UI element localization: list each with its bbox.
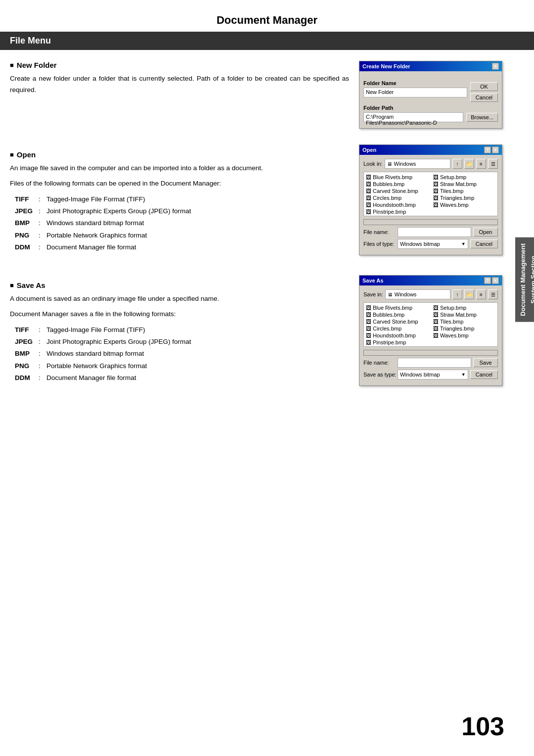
toolbar-list-btn[interactable]: ≡ [476, 159, 486, 169]
open-button[interactable]: Open [473, 228, 498, 236]
save-file-name-input[interactable] [398, 358, 471, 368]
save-toolbar-new-folder-btn[interactable]: 📁 [464, 289, 474, 299]
file-item[interactable]: 🖼Setup.bmp [433, 174, 495, 180]
new-folder-description: Create a new folder under a folder that … [10, 73, 349, 96]
format-key-bmp: BMP [15, 218, 39, 228]
file-item[interactable]: 🖼Tiles.bmp [433, 188, 495, 194]
save-format-key-tiff: TIFF [15, 325, 39, 335]
format-key-png: PNG [15, 231, 39, 240]
save-as-cancel-button[interactable]: Cancel [470, 370, 498, 379]
format-value-bmp: Windows standard bitmap format [46, 218, 349, 228]
cancel-button[interactable]: Cancel [470, 93, 498, 102]
save-format-item-ddm: DDM : Document Manager file format [15, 373, 349, 383]
save-as-type-row: Save as type: Windows bitmap ▼ Cancel [363, 370, 498, 379]
file-name-input[interactable] [398, 227, 471, 237]
save-button[interactable]: Save [473, 358, 498, 367]
save-format-key-ddm: DDM [15, 373, 39, 383]
file-item[interactable]: 🖼Tiles.bmp [433, 319, 495, 325]
open-file-list: 🖼Blue Rivets.bmp 🖼Setup.bmp 🖼Bubbles.bmp… [363, 172, 498, 216]
open-dialog-titlebar: Open ? × [359, 145, 502, 155]
format-item-png: PNG : Portable Network Graphics format [15, 231, 349, 240]
save-format-item-png: PNG : Portable Network Graphics format [15, 361, 349, 371]
file-item[interactable]: 🖼Houndstooth.bmp [366, 202, 428, 208]
file-item[interactable]: 🖼Carved Stone.bmp [366, 319, 428, 325]
file-item[interactable]: 🖼Bubbles.bmp [366, 181, 428, 187]
file-item[interactable]: 🖼Blue Rivets.bmp [366, 305, 428, 311]
save-as-section: Save As A document is saved as an ordina… [10, 281, 349, 383]
save-toolbar-up-btn[interactable]: ↑ [452, 289, 462, 299]
file-item[interactable]: 🖼Pinstripe.bmp [366, 209, 428, 215]
files-of-type-select[interactable]: Windows bitmap ▼ [398, 239, 468, 249]
folder-path-input[interactable]: C:\Program Files\Panasonic\Panasonic-D [363, 112, 463, 122]
save-as-file-list: 🖼Blue Rivets.bmp 🖼Setup.bmp 🖼Bubbles.bmp… [363, 302, 498, 347]
look-in-select[interactable]: 🖥 Windows [385, 159, 450, 169]
save-toolbar-list-btn[interactable]: ≡ [476, 289, 486, 299]
save-horizontal-scrollbar[interactable] [363, 350, 498, 356]
open-dialog-toolbar: Look in: 🖥 Windows ↑ 📁 ≡ ☰ [363, 159, 498, 169]
file-item[interactable]: 🖼Blue Rivets.bmp [366, 174, 428, 180]
file-item[interactable]: 🖼Pinstripe.bmp [366, 339, 428, 345]
file-item[interactable]: 🖼Waves.bmp [433, 332, 495, 338]
file-name-row: File name: Open [363, 227, 498, 237]
save-as-dialog: Save As ? × Save in: 🖥 Windows ↑ � [359, 275, 502, 386]
save-format-item-bmp: BMP : Windows standard bitmap format [15, 349, 349, 359]
ok-button[interactable]: OK [470, 82, 498, 91]
save-as-format-list: TIFF : Tagged-Image File Format (TIFF) J… [15, 325, 349, 383]
save-format-key-jpeg: JPEG [15, 337, 39, 347]
file-name-label: File name: [363, 229, 396, 235]
file-item[interactable]: 🖼Triangles.bmp [433, 195, 495, 201]
save-format-value-bmp: Windows standard bitmap format [46, 349, 349, 359]
open-format-list: TIFF : Tagged-Image File Format (TIFF) J… [15, 194, 349, 252]
open-cancel-button[interactable]: Cancel [470, 239, 498, 248]
open-dialog-help-btn[interactable]: ? [484, 146, 491, 153]
save-as-dialog-close-btn[interactable]: × [492, 277, 499, 284]
save-as-description1: A document is saved as an ordinary image… [10, 293, 349, 305]
horizontal-scrollbar[interactable] [363, 219, 498, 225]
dialog-close-btn[interactable]: × [492, 63, 499, 70]
save-format-value-ddm: Document Manager file format [46, 373, 349, 383]
save-as-type-label: Save as type: [363, 372, 396, 378]
browse-button[interactable]: Browse... [466, 113, 498, 122]
file-item[interactable]: 🖼Circles.bmp [366, 195, 428, 201]
toolbar-details-btn[interactable]: ☰ [488, 159, 498, 169]
file-item[interactable]: 🖼Triangles.bmp [433, 326, 495, 331]
files-of-type-row: Files of type: Windows bitmap ▼ Cancel [363, 239, 498, 249]
save-as-type-select[interactable]: Windows bitmap ▼ [398, 370, 468, 379]
format-value-tiff: Tagged-Image File Format (TIFF) [46, 194, 349, 204]
toolbar-up-btn[interactable]: ↑ [452, 159, 462, 169]
file-item[interactable]: 🖼Straw Mat.bmp [433, 181, 495, 187]
format-key-ddm: DDM [15, 242, 39, 252]
open-dialog: Open ? × Look in: 🖥 Windows ↑ 📁 [359, 144, 502, 255]
file-item[interactable]: 🖼Houndstooth.bmp [366, 332, 428, 338]
page-title: Document Manager [0, 0, 534, 32]
format-item-ddm: DDM : Document Manager file format [15, 242, 349, 252]
file-item[interactable]: 🖼Circles.bmp [366, 326, 428, 331]
files-of-type-label: Files of type: [363, 241, 396, 247]
create-new-folder-dialog: Create New Folder × Folder Name New Fold… [359, 61, 502, 129]
folder-name-input[interactable]: New Folder [363, 88, 467, 97]
file-item[interactable]: 🖼Bubbles.bmp [366, 312, 428, 318]
folder-path-label: Folder Path [363, 105, 498, 111]
save-toolbar-details-btn[interactable]: ☰ [488, 289, 498, 299]
save-format-key-bmp: BMP [15, 349, 39, 359]
save-as-dialog-title: Save As [362, 278, 383, 284]
file-item[interactable]: 🖼Setup.bmp [433, 305, 495, 311]
file-item[interactable]: 🖼Carved Stone.bmp [366, 188, 428, 194]
save-as-dialog-help-btn[interactable]: ? [484, 277, 491, 284]
side-tab: Document Management System Section [515, 237, 534, 322]
save-format-key-png: PNG [15, 361, 39, 371]
toolbar-new-folder-btn[interactable]: 📁 [464, 159, 474, 169]
save-as-dialog-toolbar: Save in: 🖥 Windows ↑ 📁 ≡ ☰ [363, 289, 498, 299]
side-tab-line2: System Section [530, 256, 534, 304]
open-dialog-close-btn[interactable]: × [492, 146, 499, 153]
format-value-png: Portable Network Graphics format [46, 231, 349, 240]
save-as-heading: Save As [10, 281, 349, 289]
file-item[interactable]: 🖼Waves.bmp [433, 202, 495, 208]
save-in-select[interactable]: 🖥 Windows [385, 289, 450, 299]
section-header: File Menu [0, 32, 534, 50]
save-format-value-png: Portable Network Graphics format [46, 361, 349, 371]
format-item-jpeg: JPEG : Joint Photographic Experts Group … [15, 206, 349, 216]
file-item[interactable]: 🖼Straw Mat.bmp [433, 312, 495, 318]
save-as-description2: Document Manager saves a file in the fol… [10, 309, 349, 320]
page-number: 103 [461, 711, 504, 741]
